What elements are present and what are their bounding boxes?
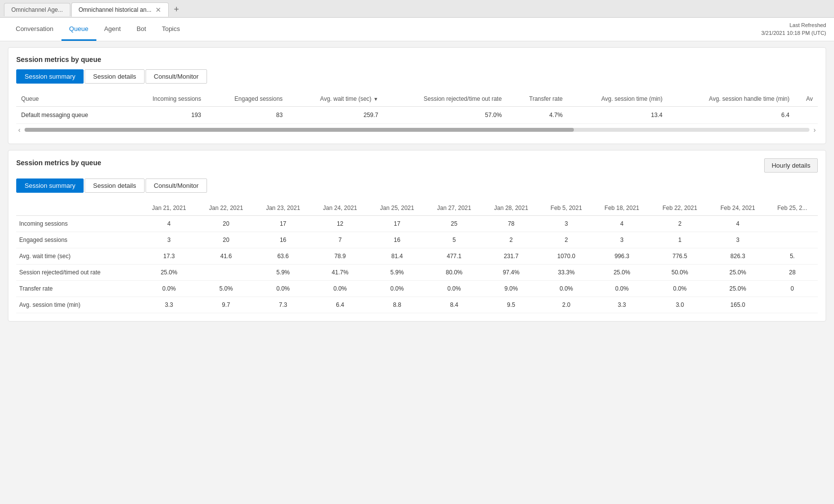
pivot-cell: 0.0%	[255, 281, 312, 297]
pivot-cell: 8.8	[369, 297, 426, 313]
card2-subtab-session-summary[interactable]: Session summary	[16, 178, 84, 193]
pivot-cell: 16	[369, 232, 426, 248]
pivot-cell: 0.0%	[369, 281, 426, 297]
col-header-rejected: Session rejected/time out rate	[383, 91, 506, 107]
card1-header-row: QueueIncoming sessionsEngaged sessionsAv…	[16, 91, 818, 107]
pivot-cell: 3	[593, 232, 651, 248]
scroll-track[interactable]	[25, 128, 810, 132]
pivot-cell: 20	[198, 232, 255, 248]
card1-scrollbar[interactable]: ‹ ›	[16, 124, 818, 136]
pivot-cell: 16	[255, 232, 312, 248]
nav-tab-queue[interactable]: Queue	[61, 18, 96, 41]
table-row: Engaged sessions32016716522313	[16, 232, 818, 248]
scroll-left-icon[interactable]: ‹	[16, 126, 23, 134]
pivot-col-header-7: Feb 5, 2021	[539, 201, 593, 216]
pivot-col-header-5: Jan 27, 2021	[426, 201, 483, 216]
pivot-cell: 12	[312, 216, 369, 232]
pivot-cell: 5.	[767, 248, 818, 265]
nav-tab-agent[interactable]: Agent	[96, 18, 129, 41]
cell-avgwait: 259.7	[288, 107, 383, 124]
pivot-cell: 5.9%	[369, 265, 426, 281]
pivot-col-header-11: Feb 25, 2...	[767, 201, 818, 216]
card2-subtab-session-details[interactable]: Session details	[85, 178, 144, 193]
pivot-cell: 3.3	[141, 297, 198, 313]
pivot-cell: 2	[539, 232, 593, 248]
pivot-cell: 5	[426, 232, 483, 248]
pivot-cell: 80.0%	[426, 265, 483, 281]
pivot-cell: 0.0%	[426, 281, 483, 297]
pivot-cell: 0	[767, 281, 818, 297]
pivot-cell: 9.7	[198, 297, 255, 313]
col-header-avgwait: Avg. wait time (sec)▼	[288, 91, 383, 107]
table-row: Avg. wait time (sec)17.341.663.678.981.4…	[16, 248, 818, 265]
card1-subtab-session-details[interactable]: Session details	[85, 69, 144, 84]
pivot-cell: 6.4	[312, 297, 369, 313]
cell-avghandle: 6.4	[667, 107, 794, 124]
table-row: Avg. session time (min)3.39.77.36.48.88.…	[16, 297, 818, 313]
nav-tabs: ConversationQueueAgentBotTopics	[8, 18, 188, 41]
add-tab-button[interactable]: +	[170, 3, 183, 17]
table-row: Session rejected/timed out rate25.0%5.9%…	[16, 265, 818, 281]
pivot-cell: 5.0%	[198, 281, 255, 297]
pivot-cell: 81.4	[369, 248, 426, 265]
card1-sub-tabs: Session summarySession detailsConsult/Mo…	[16, 69, 818, 84]
card2-pivot-table: Jan 21, 2021Jan 22, 2021Jan 23, 2021Jan …	[16, 201, 818, 313]
card1-subtab-consult-monitor[interactable]: Consult/Monitor	[146, 69, 207, 84]
nav-tab-bot[interactable]: Bot	[129, 18, 154, 41]
tab-omnichannel-historical[interactable]: Omnichannel historical an... ✕	[71, 2, 169, 17]
pivot-cell: 78.9	[312, 248, 369, 265]
pivot-row-label-header	[16, 201, 141, 216]
pivot-row-label: Transfer rate	[16, 281, 141, 297]
cell-incoming: 193	[124, 107, 206, 124]
last-refreshed: Last Refreshed 3/21/2021 10:18 PM (UTC)	[761, 22, 826, 37]
pivot-col-header-9: Feb 22, 2021	[651, 201, 709, 216]
card-session-metrics-top: Session metrics by queue Session summary…	[8, 47, 826, 144]
scroll-right-icon[interactable]: ›	[811, 126, 818, 134]
pivot-cell	[767, 297, 818, 313]
main-content: Session metrics by queue Session summary…	[0, 41, 834, 504]
pivot-cell: 8.4	[426, 297, 483, 313]
table-row: Default messaging queue19383259.757.0%4.…	[16, 107, 818, 124]
pivot-cell: 996.3	[593, 248, 651, 265]
cell-engaged: 83	[206, 107, 288, 124]
col-header-avghandle: Avg. session handle time (min)	[667, 91, 794, 107]
card-session-metrics-bottom: Session metrics by queue Hourly details …	[8, 150, 826, 322]
pivot-col-header-4: Jan 25, 2021	[369, 201, 426, 216]
pivot-cell: 0.0%	[651, 281, 709, 297]
pivot-col-header-2: Jan 23, 2021	[255, 201, 312, 216]
pivot-col-header-3: Jan 24, 2021	[312, 201, 369, 216]
card1-subtab-session-summary[interactable]: Session summary	[16, 69, 84, 84]
pivot-cell: 231.7	[482, 248, 539, 265]
col-header-avgsession: Avg. session time (min)	[567, 91, 667, 107]
cell-rejected: 57.0%	[383, 107, 506, 124]
card2-pivot-header-row: Jan 21, 2021Jan 22, 2021Jan 23, 2021Jan …	[16, 201, 818, 216]
scroll-thumb[interactable]	[25, 128, 574, 132]
card1-table: QueueIncoming sessionsEngaged sessionsAv…	[16, 91, 818, 124]
card1-table-wrapper[interactable]: QueueIncoming sessionsEngaged sessionsAv…	[16, 91, 818, 124]
pivot-cell: 3.0	[651, 297, 709, 313]
nav-tab-topics[interactable]: Topics	[154, 18, 188, 41]
pivot-col-header-0: Jan 21, 2021	[141, 201, 198, 216]
pivot-cell	[767, 232, 818, 248]
pivot-cell: 4	[141, 216, 198, 232]
pivot-cell: 9.0%	[482, 281, 539, 297]
card1-table-head: QueueIncoming sessionsEngaged sessionsAv…	[16, 91, 818, 107]
pivot-cell: 97.4%	[482, 265, 539, 281]
close-icon[interactable]: ✕	[155, 6, 161, 14]
pivot-cell: 63.6	[255, 248, 312, 265]
card2-subtab-consult-monitor[interactable]: Consult/Monitor	[146, 178, 207, 193]
sort-arrow-icon[interactable]: ▼	[373, 96, 378, 102]
pivot-cell: 4	[709, 216, 767, 232]
hourly-details-button[interactable]: Hourly details	[764, 158, 818, 173]
pivot-cell: 4	[593, 216, 651, 232]
col-header-transfer: Transfer rate	[506, 91, 567, 107]
pivot-cell: 20	[198, 216, 255, 232]
cell-avgsession: 13.4	[567, 107, 667, 124]
cell-transfer: 4.7%	[506, 107, 567, 124]
nav-tab-conversation[interactable]: Conversation	[8, 18, 61, 41]
pivot-cell: 5.9%	[255, 265, 312, 281]
cell-av	[794, 107, 818, 124]
table-row: Incoming sessions42017121725783424	[16, 216, 818, 232]
card2-table-wrapper[interactable]: Jan 21, 2021Jan 22, 2021Jan 23, 2021Jan …	[16, 201, 818, 313]
tab-omnichannel-agent[interactable]: Omnichannel Age...	[4, 3, 70, 16]
